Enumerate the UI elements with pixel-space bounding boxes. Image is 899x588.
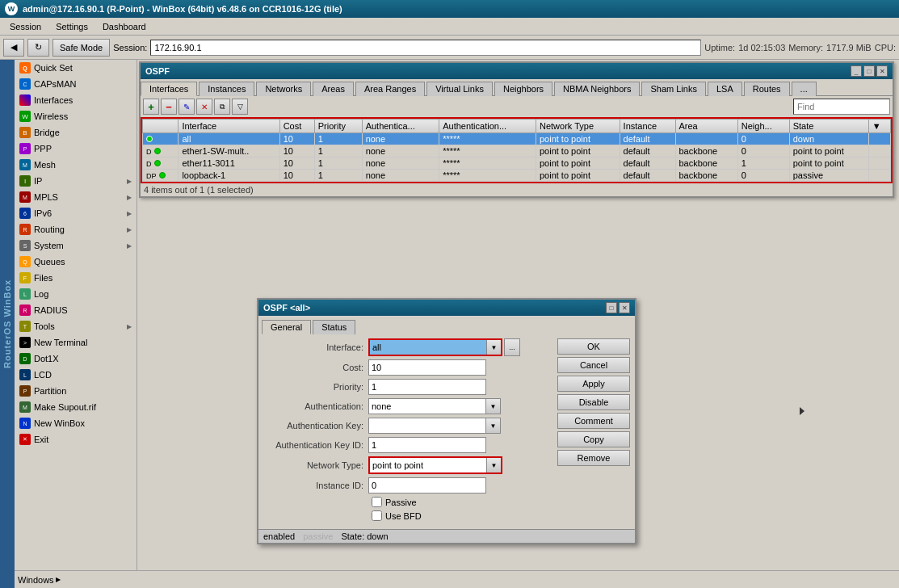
dialog-tab-general[interactable]: General	[262, 320, 311, 334]
sidebar-item-mpls[interactable]: M MPLS	[15, 189, 137, 205]
sidebar-item-lcd[interactable]: L LCD	[15, 367, 137, 383]
copy-toolbar-button[interactable]: ⧉	[214, 99, 230, 115]
nav-back-button[interactable]: ◀	[3, 39, 24, 57]
sidebar-item-tools[interactable]: T Tools	[15, 318, 137, 334]
sidebar-item-capsman[interactable]: C CAPsMAN	[15, 76, 137, 92]
sidebar-item-mesh[interactable]: M Mesh	[15, 157, 137, 173]
sidebar-item-bridge[interactable]: B Bridge	[15, 124, 137, 141]
ospf-minimize-btn[interactable]: _	[851, 65, 862, 77]
table-row[interactable]: D ether11-3011 10 1 none ***** point to …	[143, 158, 891, 170]
menu-settings[interactable]: Settings	[49, 20, 95, 33]
authentication-dropdown-btn[interactable]: ▼	[485, 399, 500, 414]
auth-key-input[interactable]	[369, 418, 485, 433]
sidebar-item-files[interactable]: F Files	[15, 270, 137, 286]
sidebar-item-quick-set[interactable]: Q Quick Set	[15, 60, 137, 76]
tab-routes[interactable]: Routes	[744, 82, 790, 96]
copy-button[interactable]: Copy	[557, 431, 630, 447]
filter-button[interactable]: ▽	[232, 99, 248, 115]
dialog-minimize-btn[interactable]: □	[606, 302, 617, 313]
session-input[interactable]	[150, 40, 701, 56]
tab-nbma-neighbors[interactable]: NBMA Neighbors	[554, 82, 640, 96]
edit-button[interactable]: ✎	[179, 99, 195, 115]
sidebar-item-queues[interactable]: Q Queues	[15, 254, 137, 270]
dialog-tab-status[interactable]: Status	[313, 320, 355, 334]
col-neigh[interactable]: Neigh...	[737, 120, 789, 133]
sidebar-item-wireless[interactable]: W Wireless	[15, 108, 137, 124]
comment-button[interactable]: Comment	[557, 413, 630, 429]
dialog-close-btn[interactable]: ✕	[619, 302, 630, 313]
tab-areas[interactable]: Areas	[313, 82, 354, 96]
cost-input[interactable]	[369, 360, 485, 375]
sidebar-item-make-supout[interactable]: M Make Supout.rif	[15, 399, 137, 415]
ok-button[interactable]: OK	[557, 338, 630, 355]
col-state[interactable]: State	[789, 120, 868, 133]
sidebar-item-interfaces[interactable]: Interfaces	[15, 92, 137, 108]
remove-button[interactable]: −	[161, 99, 177, 115]
interface-expand-btn[interactable]: ...	[504, 338, 520, 356]
sidebar-item-ip[interactable]: I IP	[15, 173, 137, 189]
col-interface[interactable]: Interface	[179, 120, 279, 133]
network-type-dropdown-btn[interactable]: ▼	[486, 458, 501, 472]
sidebar-item-log[interactable]: L Log	[15, 286, 137, 302]
menu-dashboard[interactable]: Dashboard	[96, 20, 153, 33]
tab-networks[interactable]: Networks	[256, 82, 311, 96]
tab-virtual-links[interactable]: Virtual Links	[426, 82, 493, 96]
nav-forward-button[interactable]: ↻	[27, 39, 49, 57]
table-row[interactable]: all 10 1 none ***** point to point defau…	[143, 133, 891, 145]
table-row[interactable]: D ether1-SW-mult.. 10 1 none ***** point…	[143, 145, 891, 158]
use-bfd-checkbox[interactable]	[372, 510, 382, 521]
tab-neighbors[interactable]: Neighbors	[494, 82, 552, 96]
sidebar-item-exit[interactable]: ✕ Exit	[15, 431, 137, 447]
interface-dropdown[interactable]: ▼	[368, 338, 502, 356]
col-instance[interactable]: Instance	[620, 120, 675, 133]
add-button[interactable]: +	[143, 99, 159, 115]
tab-more[interactable]: ...	[792, 82, 817, 96]
col-auth[interactable]: Authentica...	[362, 120, 439, 133]
disable-button[interactable]: Disable	[557, 394, 630, 410]
authentication-dropdown[interactable]: ▼	[368, 398, 501, 414]
tab-interfaces[interactable]: Interfaces	[141, 82, 197, 96]
auth-key-dropdown-btn[interactable]: ▼	[485, 418, 500, 433]
tab-lsa[interactable]: LSA	[708, 82, 742, 96]
safe-mode-button[interactable]: Safe Mode	[53, 39, 110, 57]
tab-sham-links[interactable]: Sham Links	[641, 82, 705, 96]
sidebar-item-system[interactable]: S System	[15, 237, 137, 254]
ospf-close-btn[interactable]: ✕	[876, 65, 888, 77]
row2-auth: none	[362, 145, 439, 158]
remove-button[interactable]: Remove	[557, 450, 630, 466]
menu-session[interactable]: Session	[3, 20, 48, 33]
col-net-type[interactable]: Network Type	[536, 120, 620, 133]
sidebar-item-dot1x[interactable]: D Dot1X	[15, 351, 137, 367]
disable-button[interactable]: ✕	[196, 99, 212, 115]
sidebar-item-ppp[interactable]: P PPP	[15, 141, 137, 157]
auth-key-dropdown[interactable]: ▼	[368, 418, 501, 434]
col-filter[interactable]: ▼	[868, 120, 890, 133]
tab-area-ranges[interactable]: Area Ranges	[355, 82, 425, 96]
row2-net-type: point to point	[536, 145, 620, 158]
table-row[interactable]: DP loopback-1 10 1 none ***** point to p…	[143, 170, 891, 182]
sidebar-item-ipv6[interactable]: 6 IPv6	[15, 205, 137, 221]
sidebar-item-new-terminal[interactable]: > New Terminal	[15, 334, 137, 351]
col-cost[interactable]: Cost	[279, 120, 314, 133]
cancel-button[interactable]: Cancel	[557, 357, 630, 373]
network-type-input[interactable]	[370, 458, 486, 472]
col-auth-key[interactable]: Authentication...	[439, 120, 536, 133]
tab-instances[interactable]: Instances	[199, 82, 254, 96]
apply-button[interactable]: Apply	[557, 376, 630, 392]
col-area[interactable]: Area	[675, 120, 737, 133]
priority-input[interactable]	[369, 380, 485, 394]
passive-checkbox[interactable]	[372, 497, 382, 507]
sidebar-item-radius[interactable]: R RADIUS	[15, 302, 137, 318]
sidebar-item-partition[interactable]: P Partition	[15, 383, 137, 399]
interface-input[interactable]	[370, 340, 486, 355]
ospf-maximize-btn[interactable]: □	[863, 65, 875, 77]
sidebar-item-routing[interactable]: R Routing	[15, 221, 137, 237]
network-type-dropdown[interactable]: ▼	[368, 456, 502, 474]
interface-dropdown-btn[interactable]: ▼	[486, 340, 501, 355]
col-priority[interactable]: Priority	[314, 120, 362, 133]
auth-key-id-input[interactable]	[369, 438, 485, 452]
sidebar-item-new-winbox[interactable]: N New WinBox	[15, 415, 137, 431]
instance-id-input[interactable]	[369, 478, 485, 493]
authentication-input[interactable]	[369, 399, 485, 414]
find-input[interactable]	[793, 99, 890, 115]
